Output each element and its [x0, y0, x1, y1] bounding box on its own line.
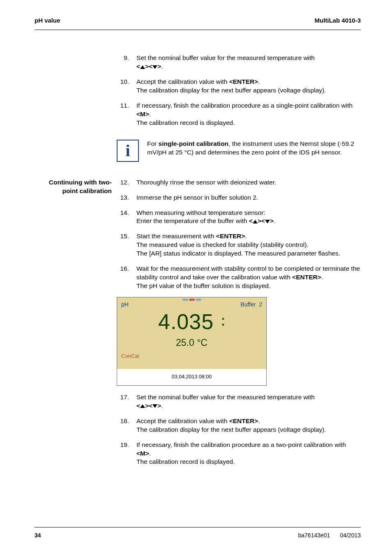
display-timestamp: 03.04.2013 08:00: [117, 369, 266, 385]
triangle-up-icon: [140, 65, 145, 69]
buffer-number: 2: [259, 301, 262, 308]
side-heading: Continuing with two-point calibration: [35, 178, 117, 473]
step-13: 13. Immerse the pH sensor in buffer solu…: [117, 193, 361, 202]
step-12: 12. Thoroughly rinse the sensor with dei…: [117, 178, 361, 187]
step-18: 18. Accept the calibration value with <E…: [117, 417, 361, 434]
triangle-down-icon: [265, 220, 270, 223]
concal-label: ConCal: [121, 352, 262, 360]
triangle-down-icon: [152, 65, 157, 69]
step-9: 9. Set the nominal buffer value for the …: [117, 54, 361, 71]
steps-block-1: 9. Set the nominal buffer value for the …: [117, 54, 361, 174]
step-16: 16. Wait for the measurement with stabil…: [117, 265, 361, 290]
header-left: pH value: [35, 16, 60, 25]
channel-indicators: [182, 299, 201, 301]
triangle-down-icon: [152, 404, 157, 408]
info-note: i For single-point calibration, the inst…: [117, 140, 361, 162]
step-19: 19. If necessary, finish the calibration…: [117, 441, 361, 467]
key-enter: <ENTER>: [292, 274, 321, 281]
header-right: MultiLab 4010-3: [314, 16, 361, 25]
document-date: 04/2013: [340, 532, 361, 539]
triangle-up-icon: [140, 404, 145, 408]
ph-reading: 4.035: [158, 311, 214, 332]
info-icon: i: [117, 140, 139, 162]
key-sequence: <><>: [136, 402, 161, 409]
page-header: pH value MultiLab 4010-3: [35, 16, 361, 30]
device-display-screenshot: pH Buffer 2 4.035 ▲▼ 25.0 °C ConCal 03.0…: [117, 297, 267, 386]
temperature-reading: 25.0 °C: [121, 336, 262, 349]
key-m: <M>: [136, 450, 149, 457]
page-footer: 34 ba76143e01 04/2013: [35, 527, 361, 539]
adjust-arrows-icon: ▲▼: [221, 315, 225, 327]
key-enter: <ENTER>: [229, 78, 258, 85]
key-m: <M>: [136, 111, 149, 117]
step-17: 17. Set the nominal buffer value for the…: [117, 393, 361, 410]
page-number: 34: [35, 532, 41, 539]
key-sequence: <><>: [136, 63, 161, 70]
triangle-up-icon: [253, 220, 258, 223]
ph-label: pH: [121, 301, 129, 309]
buffer-label: Buffer: [240, 301, 256, 308]
key-enter: <ENTER>: [229, 417, 258, 424]
step-10: 10. Accept the calibration value with <E…: [117, 78, 361, 95]
document-id: ba76143e01: [298, 532, 330, 539]
step-14: 14. When measuring without temperature s…: [117, 209, 361, 226]
step-15: 15. Start the measurement with <ENTER>. …: [117, 232, 361, 258]
step-11: 11. If necessary, finish the calibration…: [117, 101, 361, 127]
steps-block-2: 12. Thoroughly rinse the sensor with dei…: [117, 178, 361, 473]
key-enter: <ENTER>: [216, 233, 245, 240]
key-sequence: <><>: [249, 217, 274, 224]
